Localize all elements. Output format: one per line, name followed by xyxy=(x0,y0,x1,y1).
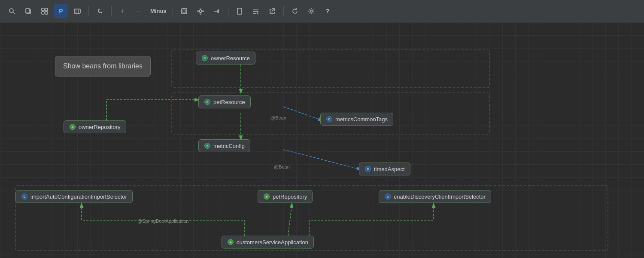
plus-btn[interactable]: + xyxy=(116,4,130,18)
svg-point-17 xyxy=(202,10,204,12)
canvas[interactable]: @Bean @Bean @SpringBootApplication @Enab… xyxy=(0,22,644,258)
node-importAutoConfigurationImportSelector[interactable]: c importAutoConfigurationImportSelector xyxy=(15,190,133,203)
help-btn[interactable]: ? xyxy=(321,4,334,18)
svg-line-30 xyxy=(272,9,274,12)
p-btn[interactable]: P xyxy=(54,4,68,18)
node-label-importAutoConfig: importAutoConfigurationImportSelector xyxy=(30,194,127,200)
node-label-ownerResource: ownerResource xyxy=(211,55,250,61)
svg-line-38 xyxy=(283,150,361,169)
minus-btn[interactable]: − xyxy=(132,4,146,18)
node-label-metricConfig: metricConfig xyxy=(213,143,245,149)
svg-point-18 xyxy=(200,8,201,9)
network-btn[interactable] xyxy=(194,4,207,18)
page-btn[interactable] xyxy=(233,4,246,18)
arrow-btn[interactable] xyxy=(210,4,224,18)
search-btn[interactable] xyxy=(5,4,19,18)
svg-point-0 xyxy=(9,9,13,12)
svg-point-19 xyxy=(200,13,201,14)
node-icon-enableDiscovery: c xyxy=(384,193,391,200)
svg-rect-7 xyxy=(45,12,48,14)
sep2 xyxy=(111,6,112,16)
node-timedAspect[interactable]: c timedAspect xyxy=(359,163,410,175)
refresh-btn[interactable] xyxy=(288,4,302,18)
toolbar: P + − Minus xyxy=(0,0,644,22)
node-icon-customersServiceApp: ♣ xyxy=(227,239,234,246)
node-metricConfig[interactable]: ⊕ metricConfig xyxy=(198,139,250,152)
export-btn[interactable] xyxy=(265,4,279,18)
node-icon-petRepository: ♣ xyxy=(263,193,270,200)
svg-rect-14 xyxy=(183,10,185,12)
node-icon-importAutoConfig: c xyxy=(21,193,28,200)
fit-btn[interactable] xyxy=(177,4,191,18)
node-label-ownerRepository: ownerRepository xyxy=(79,124,121,130)
svg-rect-13 xyxy=(182,9,187,14)
settings-btn[interactable] xyxy=(304,4,318,18)
node-icon-timedAspect: c xyxy=(365,166,371,172)
hook-btn[interactable] xyxy=(93,4,107,18)
node-label-metricsCommonTags: metricsCommonTags xyxy=(335,116,388,123)
node-enableDiscoveryClientImportSelector[interactable]: c enableDiscoveryClientImportSelector xyxy=(379,190,491,203)
edge-label-springboot: @SpringBootApplication xyxy=(137,218,188,224)
node-icon-ownerRepository: ♣ xyxy=(69,123,76,130)
node-petResource[interactable]: ⊕ petResource xyxy=(198,95,251,108)
copy-btn[interactable] xyxy=(21,4,35,18)
connections-svg xyxy=(0,22,644,258)
svg-line-39 xyxy=(288,204,292,239)
svg-rect-6 xyxy=(42,12,44,14)
tooltip: Show beans from libraries xyxy=(55,56,151,77)
svg-rect-3 xyxy=(26,9,30,13)
node-label-enableDiscovery: enableDiscoveryClientImportSelector xyxy=(394,194,486,200)
svg-rect-4 xyxy=(42,8,44,11)
node-label-petResource: petResource xyxy=(213,99,245,105)
film-btn[interactable] xyxy=(70,4,84,18)
svg-line-1 xyxy=(13,12,15,14)
sep1 xyxy=(88,6,89,16)
zoom-label: Minus xyxy=(149,8,168,14)
edge-label-bean2: @Bean xyxy=(274,164,290,169)
node-icon-ownerResource: ⊕ xyxy=(201,55,208,61)
svg-rect-5 xyxy=(45,8,48,11)
node-metricsCommonTags[interactable]: c metricsCommonTags xyxy=(320,113,393,126)
node-ownerRepository[interactable]: ♣ ownerRepository xyxy=(64,120,126,133)
svg-rect-8 xyxy=(74,9,80,13)
node-petRepository[interactable]: ♣ petRepository xyxy=(258,190,313,203)
svg-point-16 xyxy=(197,10,198,12)
list-btn[interactable] xyxy=(249,4,263,18)
svg-point-31 xyxy=(310,10,312,12)
node-label-petRepository: petRepository xyxy=(273,194,307,200)
node-label-timedAspect: timedAspect xyxy=(374,166,405,172)
svg-line-36 xyxy=(283,107,322,120)
node-icon-metricConfig: ⊕ xyxy=(204,142,211,149)
node-icon-metricsCommonTags: c xyxy=(326,116,333,123)
svg-rect-26 xyxy=(237,8,242,14)
node-customersServiceApplication[interactable]: ♣ customersServiceApplication xyxy=(222,236,314,249)
node-icon-petResource: ⊕ xyxy=(204,98,211,105)
sep3 xyxy=(173,6,173,16)
node-label-customersServiceApp: customersServiceApplication xyxy=(237,239,308,246)
svg-text:+: + xyxy=(120,8,124,15)
sep4 xyxy=(228,6,228,16)
svg-point-15 xyxy=(199,10,202,12)
sep5 xyxy=(283,6,284,16)
edge-label-bean1: @Bean xyxy=(270,115,286,120)
layout-btn[interactable] xyxy=(38,4,52,18)
node-ownerResource[interactable]: ⊕ ownerResource xyxy=(196,52,255,64)
svg-text:−: − xyxy=(137,8,140,15)
